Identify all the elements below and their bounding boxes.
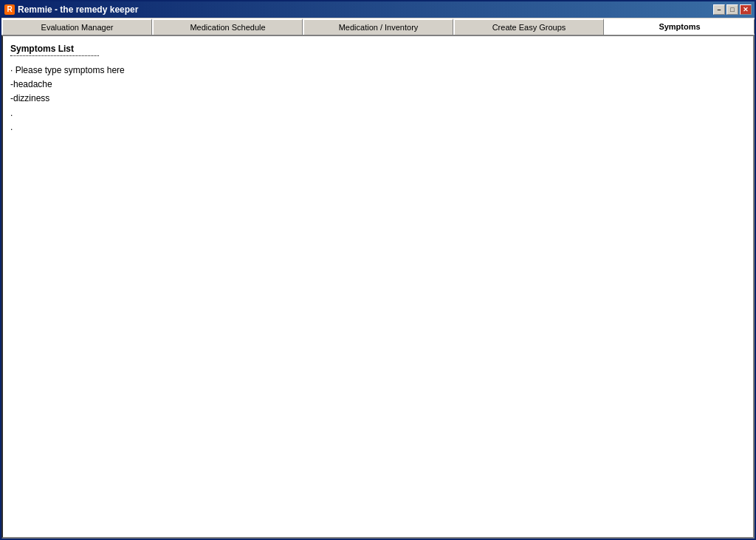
tab-bar: Evaluation Manager Medication Schedule M…	[1, 18, 755, 35]
app-title: Remmie - the remedy keeper	[18, 4, 138, 15]
symptom-prompt: · Please type symptoms here	[10, 64, 746, 78]
tab-evaluation-manager[interactable]: Evaluation Manager	[1, 18, 152, 35]
window-controls: – □ ✕	[713, 4, 752, 15]
tab-symptoms-label: Symptoms	[659, 22, 700, 31]
close-button[interactable]: ✕	[740, 4, 752, 15]
symptoms-divider	[10, 55, 99, 56]
maximize-button[interactable]: □	[726, 4, 738, 15]
symptom-headache: -headache	[10, 78, 746, 92]
tab-symptoms[interactable]: Symptoms	[604, 18, 755, 35]
tab-create-easy-groups-label: Create Easy Groups	[492, 23, 566, 32]
tab-create-easy-groups[interactable]: Create Easy Groups	[453, 18, 604, 35]
content-area: Symptoms List · Please type symptoms her…	[1, 35, 755, 539]
symptoms-content: · Please type symptoms here -headache -d…	[10, 64, 746, 134]
app-icon: R	[4, 4, 15, 15]
tab-medication-inventory[interactable]: Medication / Inventory	[303, 18, 453, 35]
tab-medication-schedule[interactable]: Medication Schedule	[152, 18, 303, 35]
symptom-dizziness: -dizziness	[10, 92, 746, 106]
symptoms-list-label: Symptoms List	[10, 44, 746, 54]
tab-evaluation-manager-label: Evaluation Manager	[41, 23, 114, 32]
tab-medication-schedule-label: Medication Schedule	[190, 23, 265, 32]
symptom-dot1: .	[10, 106, 746, 120]
title-bar: R Remmie - the remedy keeper – □ ✕	[1, 1, 755, 18]
minimize-button[interactable]: –	[713, 4, 725, 15]
main-window: R Remmie - the remedy keeper – □ ✕ Evalu…	[0, 0, 756, 540]
title-bar-text: R Remmie - the remedy keeper	[4, 4, 138, 15]
symptom-dot2: .	[10, 120, 746, 134]
tab-medication-inventory-label: Medication / Inventory	[339, 23, 419, 32]
